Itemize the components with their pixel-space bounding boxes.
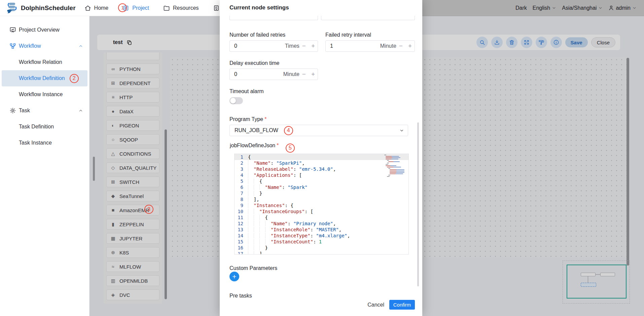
data-quality-icon bbox=[213, 5, 220, 11]
minimap-line bbox=[390, 169, 404, 170]
delay-time-value: 0 bbox=[230, 71, 283, 77]
chevron-up-icon bbox=[78, 108, 83, 113]
cut-off-input[interactable] bbox=[229, 16, 318, 20]
custom-parameters-label: Custom Parameters bbox=[229, 265, 277, 271]
job-flow-define-json-editor[interactable]: 1{2 "Name": "SparkPi",3 "ReleaseLabel": … bbox=[234, 154, 409, 254]
retry-interval-label: Failed retry interval bbox=[325, 32, 371, 38]
minimap-line bbox=[390, 173, 403, 174]
line-number: 13 bbox=[235, 227, 248, 233]
code-line: 16 } bbox=[235, 245, 408, 251]
dolphinscheduler-logo-icon[interactable] bbox=[5, 2, 18, 14]
failed-retries-value: 0 bbox=[230, 43, 285, 49]
code-text: } bbox=[248, 245, 268, 251]
chart-board-icon bbox=[9, 27, 16, 33]
code-line: 12 "Name": "Primary node", bbox=[235, 221, 408, 227]
minimap-line bbox=[388, 168, 390, 169]
minimap-line bbox=[388, 175, 390, 175]
nav-item-home[interactable]: Home bbox=[84, 5, 109, 11]
retry-interval-value: 1 bbox=[326, 43, 380, 49]
sidebar-item-label: Workflow bbox=[19, 43, 41, 49]
gear-icon bbox=[9, 107, 16, 114]
sidebar-item-workflow-relation[interactable]: Workflow Relation bbox=[2, 54, 87, 70]
minimap-line bbox=[387, 167, 401, 167]
modal-backdrop bbox=[422, 0, 644, 16]
cancel-button[interactable]: Cancel bbox=[367, 300, 384, 310]
sidebar-item-task[interactable]: Task bbox=[2, 103, 87, 119]
sidebar-item-label: Task Instance bbox=[19, 140, 52, 146]
annotation-2: 2 bbox=[70, 74, 79, 83]
sidebar-item-label: Project Overview bbox=[19, 27, 60, 33]
decrement-button[interactable]: − bbox=[299, 69, 309, 80]
increment-button[interactable]: + bbox=[309, 41, 318, 51]
code-text: "InstanceCount": 1 bbox=[248, 239, 322, 245]
failed-retries-label: Number of failed retries bbox=[229, 32, 285, 38]
failed-retries-unit: Times bbox=[285, 43, 299, 49]
code-line: 3 "ReleaseLabel": "emr-5.34.0", bbox=[235, 166, 408, 172]
minimap-line bbox=[387, 160, 389, 161]
line-number: 1 bbox=[235, 154, 248, 160]
code-text: "ReleaseLabel": "emr-5.34.0", bbox=[248, 166, 336, 172]
code-line: 7 } bbox=[235, 190, 408, 196]
retry-interval-unit: Minute bbox=[380, 43, 396, 49]
annotation-4: 4 bbox=[284, 126, 293, 135]
sidebar-item-workflow[interactable]: Workflow bbox=[2, 38, 87, 54]
decrement-button[interactable]: − bbox=[396, 41, 405, 51]
line-number: 15 bbox=[235, 239, 248, 245]
code-text: "InstanceType": "m4.xlarge", bbox=[248, 233, 350, 239]
minimap-line bbox=[390, 172, 404, 173]
line-number: 9 bbox=[235, 202, 248, 208]
job-flow-define-json-label: jobFlowDefineJson* 5 bbox=[230, 143, 295, 153]
modal-scrollbar[interactable] bbox=[417, 122, 419, 286]
code-text: { bbox=[248, 214, 268, 221]
annotation-5: 5 bbox=[286, 144, 295, 153]
code-line: 15 "InstanceCount": 1 bbox=[235, 239, 408, 245]
nav-item-project[interactable]: 1Project bbox=[122, 5, 149, 11]
program-type-select[interactable]: RUN_JOB_FLOW 4 bbox=[229, 125, 408, 136]
workflow-icon bbox=[9, 43, 16, 49]
line-number: 4 bbox=[235, 172, 248, 178]
timeout-alarm-toggle[interactable] bbox=[229, 97, 243, 104]
line-number: 3 bbox=[235, 166, 248, 172]
current-node-settings-modal: Current node settings Number of failed r… bbox=[220, 0, 422, 316]
minimap-line bbox=[387, 163, 389, 163]
sidebar-item-workflow-definition[interactable]: Workflow Definition2 bbox=[2, 70, 87, 86]
decrement-button[interactable]: − bbox=[299, 41, 309, 51]
minimap-line bbox=[390, 171, 404, 171]
confirm-button[interactable]: Confirm bbox=[389, 300, 415, 310]
left-sidebar: Project OverviewWorkflowWorkflow Relatio… bbox=[0, 16, 90, 316]
code-text: ], bbox=[248, 251, 265, 254]
line-number: 14 bbox=[235, 233, 248, 239]
sidebar-item-workflow-instance[interactable]: Workflow Instance bbox=[2, 86, 87, 103]
sidebar-item-task-instance[interactable]: Task Instance bbox=[2, 135, 87, 151]
code-line: 14 "InstanceType": "m4.xlarge", bbox=[235, 233, 408, 239]
line-number: 6 bbox=[235, 184, 248, 190]
increment-button[interactable]: + bbox=[405, 41, 415, 51]
nav-item-label: Home bbox=[94, 5, 109, 11]
code-line: 13 "InstanceRole": "MASTER", bbox=[235, 227, 408, 233]
line-number: 12 bbox=[235, 221, 248, 227]
nav-item-resources[interactable]: Resources bbox=[163, 5, 199, 11]
sidebar-item-task-definition[interactable]: Task Definition bbox=[2, 119, 87, 135]
failed-retries-input[interactable]: 0 Times − + bbox=[229, 40, 318, 52]
delay-time-unit: Minute bbox=[283, 71, 299, 77]
delay-time-label: Delay execution time bbox=[229, 60, 280, 66]
cut-off-input[interactable] bbox=[321, 16, 415, 20]
code-line: 4 "Applications": [ bbox=[235, 172, 408, 178]
timeout-alarm-label: Timeout alarm bbox=[229, 88, 264, 94]
delay-time-input[interactable]: 0 Minute − + bbox=[229, 69, 318, 80]
nav-item-label: Project bbox=[132, 5, 149, 11]
code-text: "Instances": { bbox=[248, 202, 293, 208]
minimap-line bbox=[384, 155, 386, 155]
line-number: 17 bbox=[235, 251, 248, 254]
sidebar-item-project-overview[interactable]: Project Overview bbox=[2, 22, 87, 38]
nav-icon-wrap bbox=[213, 5, 220, 11]
increment-button[interactable]: + bbox=[309, 69, 318, 80]
code-line: 9 "Instances": { bbox=[235, 202, 408, 208]
add-custom-parameter-button[interactable]: + bbox=[229, 272, 239, 281]
retry-interval-input[interactable]: 1 Minute − + bbox=[325, 40, 415, 52]
line-number: 16 bbox=[235, 245, 248, 251]
brand-title: DolphinScheduler bbox=[21, 4, 76, 12]
code-line: 10 "InstanceGroups": [ bbox=[235, 208, 408, 214]
line-number: 5 bbox=[235, 178, 248, 184]
code-text: "Name": "SparkPi", bbox=[248, 160, 305, 166]
